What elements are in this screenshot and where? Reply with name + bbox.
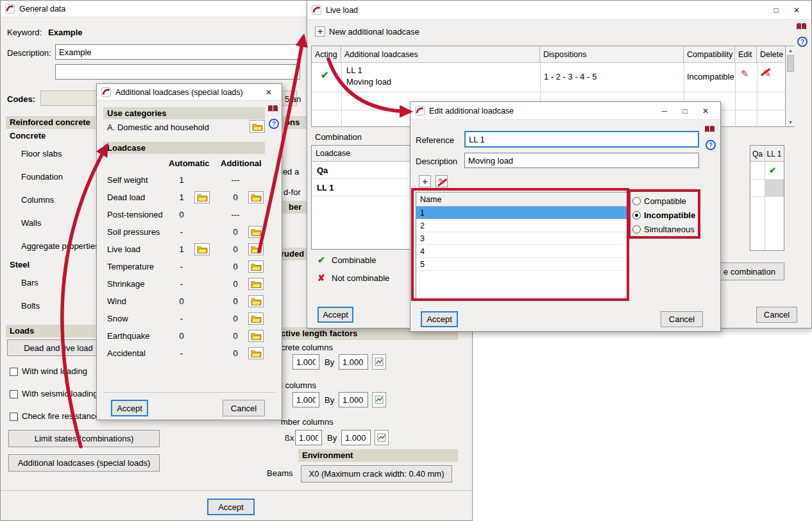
new-additional-loadcase-label[interactable]: New additional loadcase (329, 27, 419, 37)
matrix-selected-cell[interactable] (765, 180, 784, 196)
add-name-button[interactable]: + (419, 175, 431, 187)
nav-fragment-rolled[interactable]: led a (281, 167, 299, 177)
table-scrollbar[interactable]: ▲ ▼ (785, 46, 795, 126)
col-header-compatibility[interactable]: Compatibility (684, 46, 735, 63)
edit-values-icon[interactable] (375, 430, 389, 445)
nav-item-foundation[interactable]: Foundation (21, 172, 63, 182)
limit-states-button[interactable]: Limit states (combinations) (8, 430, 160, 447)
help-book-icon[interactable] (704, 125, 715, 135)
col-header-delete[interactable]: Delete (757, 46, 785, 63)
minimize-button[interactable]: ─ (654, 103, 675, 119)
loadcase-automatic-value: 0 (167, 331, 196, 341)
row-loadcase-name[interactable]: LL 1 (346, 65, 362, 76)
category-folder-button[interactable] (250, 120, 265, 133)
nav-item-bolts[interactable]: Bolts (21, 301, 40, 311)
nav-item-walls[interactable]: Walls (21, 218, 41, 228)
maximize-button[interactable]: □ (766, 3, 786, 18)
category-label: A. Domestic and household (107, 123, 209, 133)
loadcase-additional-value: 0 (221, 262, 250, 272)
open-folder-button[interactable] (194, 243, 210, 255)
open-folder-button[interactable] (248, 260, 264, 273)
live-load-titlebar: Live load □ ✕ (307, 1, 811, 20)
loadcase-automatic-value: - (167, 348, 196, 359)
by-timber-input[interactable] (341, 430, 371, 445)
col-header-additional-loadcases[interactable]: Additional loadcases (341, 46, 540, 63)
dead-and-live-load-button[interactable]: Dead and live load (7, 339, 110, 356)
bx-concrete-input[interactable] (292, 354, 319, 370)
checkbox-with-seismic-loading[interactable] (10, 390, 18, 398)
beams-crack-width-button[interactable]: X0 (Maximum crack width: 0.40 mm) (301, 465, 452, 483)
by-concrete-input[interactable] (339, 354, 368, 370)
loadcase-row-self-weight: Self weight (107, 175, 148, 185)
nav-item-concrete[interactable]: Concrete (10, 131, 46, 141)
edit-values-icon[interactable] (372, 392, 386, 407)
close-button[interactable]: ✕ (260, 85, 277, 100)
open-folder-button[interactable] (248, 295, 264, 307)
help-question-icon[interactable]: ? (269, 119, 279, 129)
delete-row-icon[interactable]: ✎ (759, 65, 775, 81)
app-icon (101, 87, 111, 97)
open-folder-button[interactable] (248, 226, 264, 238)
open-folder-button[interactable] (248, 330, 264, 342)
help-question-icon[interactable]: ? (706, 140, 716, 150)
open-folder-button[interactable] (248, 243, 264, 255)
section-fragment-extruded: ruded (281, 249, 304, 259)
edit-cancel-button[interactable]: Cancel (661, 311, 703, 327)
row-compatibility[interactable]: Incompatible (687, 72, 734, 82)
edit-accept-button[interactable]: Accept (421, 311, 458, 327)
general-accept-button[interactable]: Accept (207, 499, 255, 515)
row-loadcase-description[interactable]: Moving load (346, 77, 391, 87)
live-load-accept-button[interactable]: Accept (317, 307, 353, 323)
close-button[interactable]: ✕ (695, 103, 716, 119)
open-folder-button[interactable] (248, 278, 264, 290)
loadcases-accept-button[interactable]: Accept (111, 400, 148, 416)
additional-loadcases-button[interactable]: Additional loadcases (special loads) (8, 454, 160, 472)
app-icon (312, 5, 321, 15)
new-loadcase-icon[interactable]: + (315, 26, 325, 37)
col-header-edit[interactable]: Edit (735, 46, 757, 63)
dialog-titlebar: Edit additional loadcase ─ □ ✕ (410, 102, 720, 120)
by-steel-input[interactable] (339, 392, 368, 407)
nav-item-floor-slabs[interactable]: Floor slabs (21, 149, 62, 159)
description-input[interactable] (464, 153, 699, 168)
loadcase-header-label: Loadcase (107, 143, 146, 153)
nav-item-bars[interactable]: Bars (21, 278, 38, 288)
col-header-acting[interactable]: Acting (312, 46, 341, 63)
reference-input[interactable] (464, 131, 699, 148)
edit-values-icon[interactable] (372, 354, 386, 370)
row-dispositions[interactable]: 1 - 2 - 3 - 4 - 5 (544, 72, 596, 82)
section-loads-label: Loads (10, 326, 34, 336)
nav-fragment-coldformed[interactable]: d-for (283, 187, 301, 198)
open-folder-button[interactable] (248, 312, 264, 325)
nav-item-aggregate-properties[interactable]: Aggregate properties (21, 241, 99, 252)
maximize-button[interactable]: □ (675, 103, 695, 119)
nav-item-columns[interactable]: Columns (21, 195, 54, 205)
loadcases-cancel-button[interactable]: Cancel (223, 400, 265, 416)
matrix-col-ll1: LL 1 (765, 149, 783, 159)
checkbox-label-check-fire-resistance: Check fire resistance (22, 411, 99, 422)
bx-steel-input[interactable] (292, 392, 319, 407)
close-button[interactable]: ✕ (786, 3, 807, 18)
nav-item-steel[interactable]: Steel (10, 260, 30, 270)
scrollbar-thumb[interactable] (787, 55, 794, 72)
loadcase-row-post-tensioned: Post-tensioned (107, 210, 163, 220)
checkbox-check-fire-resistance[interactable] (10, 413, 18, 421)
col-header-dispositions[interactable]: Dispositions (540, 46, 684, 63)
help-book-icon[interactable] (267, 105, 278, 115)
loadcase-automatic-value: - (167, 314, 196, 324)
edit-row-icon[interactable]: ✎ (737, 65, 752, 81)
bx-timber-input[interactable] (295, 430, 322, 445)
help-question-icon[interactable]: ? (797, 37, 808, 47)
checkbox-label-with-wind-loading: With wind loading (22, 366, 87, 377)
live-load-cancel-button[interactable]: Cancel (756, 307, 797, 323)
keyword-value: Example (48, 28, 82, 38)
description2-input[interactable] (55, 64, 300, 80)
description-input[interactable] (55, 44, 300, 60)
checkbox-with-wind-loading[interactable] (10, 368, 18, 376)
open-folder-button[interactable] (248, 347, 264, 359)
loadcase-additional-value: 0 (221, 279, 250, 289)
delete-name-button[interactable]: ✎ (436, 175, 448, 187)
help-book-icon[interactable] (796, 22, 807, 33)
open-folder-button[interactable] (248, 191, 264, 203)
open-folder-button[interactable] (194, 191, 210, 203)
